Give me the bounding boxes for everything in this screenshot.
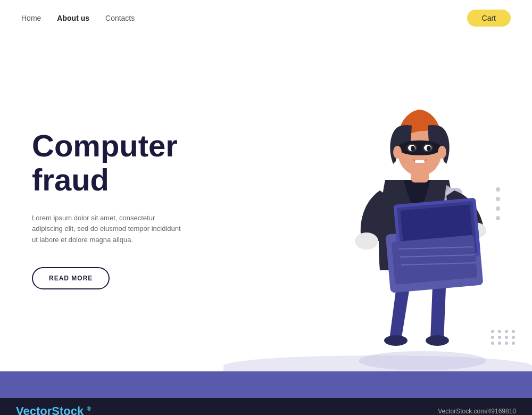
main-content: Computer fraud Lorem ipsum dolor sit ame… — [0, 36, 532, 371]
hero-left: Computer fraud Lorem ipsum dolor sit ame… — [0, 36, 223, 371]
svg-rect-10 — [392, 235, 477, 285]
nav-home[interactable]: Home — [21, 14, 41, 22]
read-more-button[interactable]: READ MORE — [32, 267, 110, 289]
watermark-logo-text: VectorStock — [16, 404, 84, 415]
nav-about[interactable]: About us — [57, 14, 89, 22]
nav-contacts[interactable]: Contacts — [105, 14, 135, 22]
svg-point-4 — [355, 233, 378, 250]
svg-rect-22 — [415, 160, 425, 163]
footer-strip — [0, 371, 532, 398]
nav: Home About us Contacts — [21, 14, 135, 22]
hero-description: Lorem ipsum dolor sit amet, consectetur … — [32, 213, 181, 246]
svg-point-23 — [393, 146, 402, 159]
svg-point-21 — [427, 146, 431, 151]
hero-title: Computer fraud — [32, 129, 202, 197]
cart-button[interactable]: Cart — [467, 10, 511, 27]
svg-point-2 — [426, 335, 449, 346]
svg-point-24 — [438, 146, 446, 159]
watermark-logo: VectorStock ® — [16, 404, 91, 415]
hero-illustration — [223, 36, 532, 371]
watermark-url: VectorStock.com/49169810 — [438, 408, 516, 415]
character-illustration — [311, 73, 532, 371]
svg-point-20 — [411, 146, 415, 151]
watermark-registered: ® — [87, 405, 91, 412]
watermark-bar: VectorStock ® VectorStock.com/49169810 — [0, 398, 532, 415]
svg-point-1 — [384, 335, 408, 346]
header: Home About us Contacts Cart — [0, 0, 532, 36]
